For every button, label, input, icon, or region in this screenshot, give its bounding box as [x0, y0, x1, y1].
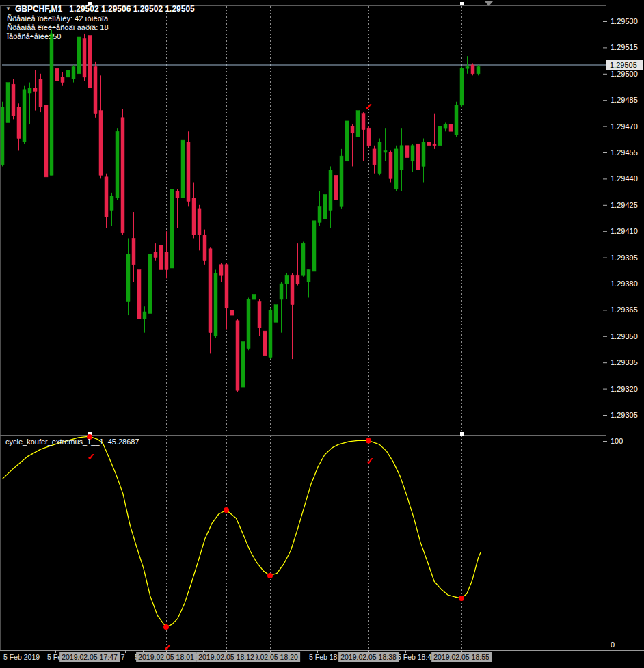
- price-tick-label: 1.29530: [611, 17, 638, 25]
- comment-line-2: Ñðåäíåå êîëè÷åñòâî áàðîâ: 18: [7, 23, 109, 32]
- indicator-comment-block: Ñðåäíèå îòêëîíåíèÿ: 42 ïóíêòîâ Ñðåäíåå ê…: [7, 14, 109, 41]
- indicator-value: 45.28687: [108, 438, 139, 446]
- price-tick-label: 1.29440: [611, 174, 638, 183]
- svg-text:✓: ✓: [163, 642, 172, 653]
- ohlc-values: 1.29502 1.29506 1.29502 1.29505: [69, 4, 195, 14]
- symbol-timeframe-label: GBPCHF,M1: [15, 4, 62, 14]
- comment-line-3: Ïåðåñå÷åíèé: 50: [7, 32, 109, 41]
- indicator-name-label: cycle_koufer_extremus_1__145.28687: [5, 438, 139, 446]
- chart-canvas[interactable]: ✓✓✓✓: [0, 0, 644, 668]
- mt4-chart-window: ✓✓✓✓ ▼GBPCHF,M11.29502 1.29506 1.29502 1…: [0, 0, 644, 668]
- price-tick-label: 1.29470: [611, 122, 638, 131]
- price-tick-label: 1.29380: [611, 280, 638, 288]
- price-tick-label: 1.29335: [611, 358, 638, 366]
- price-tick-label: 1.29305: [611, 411, 638, 419]
- price-tick-label: 1.29350: [611, 332, 638, 340]
- chart-ohlc-header: ▼GBPCHF,M11.29502 1.29506 1.29502 1.2950…: [5, 4, 195, 14]
- svg-text:✓: ✓: [87, 451, 95, 462]
- comment-line-1: Ñðåäíèå îòêëîíåíèÿ: 42 ïóíêòîâ: [7, 14, 109, 23]
- chart-menu-icon[interactable]: ▼: [5, 5, 11, 12]
- time-axis-label: 5 Feb 18:43: [397, 653, 435, 662]
- indicator-name: cycle_koufer_extremus_1__1: [5, 438, 104, 446]
- time-anchor-box: 2019.02.05 18:55: [431, 652, 492, 662]
- time-anchor-box: 2019.02.05 18:38: [338, 652, 399, 662]
- price-tick-label: 1.29515: [611, 43, 638, 51]
- chart-shift-triangle-icon[interactable]: [485, 1, 493, 6]
- price-tick-label: 1.29485: [611, 96, 638, 104]
- time-anchor-box: 2019.02.05 18:12: [196, 652, 256, 662]
- price-tick-label: 1.29365: [611, 306, 638, 314]
- candlestick-series: [1, 30, 480, 408]
- time-anchor-box: 2019.02.05 17:47: [59, 652, 120, 662]
- cycle-indicator-line: [3, 436, 481, 627]
- current-price-tag: 1.29505: [606, 60, 643, 70]
- svg-text:✓: ✓: [364, 101, 373, 112]
- price-tick-label: 1.29500: [611, 70, 638, 78]
- price-tick-label: 1.29425: [611, 201, 638, 209]
- svg-text:✓: ✓: [366, 455, 374, 466]
- extremum-dots: [87, 434, 464, 630]
- time-axis-label: 5 Feb 2019: [3, 653, 40, 662]
- indicator-tick-label: 0: [611, 641, 615, 649]
- time-anchor-box: 2019.02.05 18:01: [136, 652, 196, 662]
- price-tick-label: 1.29455: [611, 148, 638, 157]
- indicator-tick-label: 100: [611, 437, 623, 445]
- price-tick-label: 1.29410: [611, 227, 638, 235]
- price-tick-label: 1.29320: [611, 385, 638, 393]
- price-tick-label: 1.29395: [611, 254, 638, 262]
